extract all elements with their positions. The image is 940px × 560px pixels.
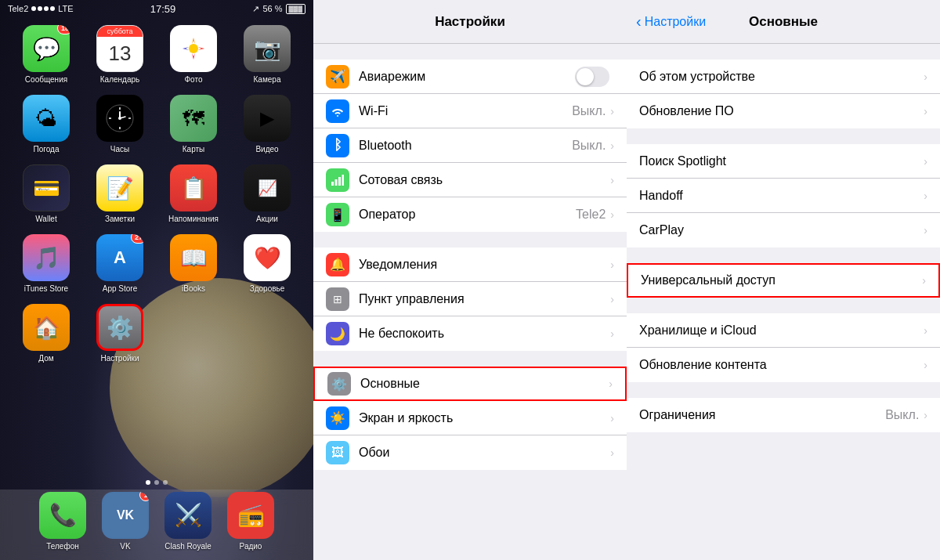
app-settings[interactable]: ⚙️ Настройки xyxy=(89,304,151,363)
row-dnd[interactable]: 🌙 Не беспокоить › xyxy=(313,316,627,351)
app-home[interactable]: 🏠 Дом xyxy=(15,304,78,363)
app-wallet[interactable]: 💳 Wallet xyxy=(15,164,78,223)
control-label: Пункт управления xyxy=(359,292,610,306)
vk-glyph: VK xyxy=(117,508,134,522)
general-section-access: Универсальный доступ › xyxy=(627,247,940,298)
bgrefresh-chevron: › xyxy=(924,359,927,371)
status-left: Tele2 LTE xyxy=(8,4,74,13)
settings-label: Настройки xyxy=(100,354,139,363)
battery-label: 56 % xyxy=(262,4,282,13)
app-weather[interactable]: 🌤 Погода xyxy=(15,95,78,154)
row-restrictions[interactable]: Ограничения Выкл. › xyxy=(627,398,940,432)
wallet-glyph: 💳 xyxy=(33,175,60,201)
settings-icon: ⚙️ xyxy=(96,304,143,351)
airplane-toggle[interactable] xyxy=(575,67,609,87)
airplane-icon: ✈️ xyxy=(326,65,349,89)
general-gap-3 xyxy=(627,247,940,263)
row-wifi[interactable]: Wi-Fi Выкл. › xyxy=(313,94,627,128)
health-label: Здоровье xyxy=(250,284,285,293)
row-spotlight[interactable]: Поиск Spotlight › xyxy=(627,144,940,179)
general-gap-4 xyxy=(627,298,940,313)
maps-glyph: 🗺 xyxy=(183,106,204,132)
dock-radio[interactable]: 📻 Радио xyxy=(227,492,274,551)
app-maps[interactable]: 🗺 Карты xyxy=(162,95,225,154)
dock-phone[interactable]: 📞 Телефон xyxy=(39,492,86,551)
clash-glyph: ⚔️ xyxy=(175,502,202,528)
app-reminders[interactable]: 📋 Напоминания xyxy=(162,164,225,223)
carrier-label: Tele2 xyxy=(8,4,28,13)
vk-label: VK xyxy=(120,542,130,551)
weather-label: Погода xyxy=(34,145,60,154)
control-chevron: › xyxy=(610,293,614,305)
appstore-icon: A 27 xyxy=(96,234,143,281)
storage-label: Хранилище и iCloud xyxy=(639,323,924,338)
app-appstore[interactable]: A 27 App Store xyxy=(89,234,151,293)
wifi-icon xyxy=(326,99,349,123)
photos-label: Фото xyxy=(185,75,203,84)
app-notes[interactable]: 📝 Заметки xyxy=(89,164,151,223)
itunes-glyph: 🎵 xyxy=(33,245,60,271)
row-cellular[interactable]: Сотовая связь › xyxy=(313,163,627,197)
accessibility-label: Универсальный доступ xyxy=(641,273,922,287)
app-calendar[interactable]: суббота 13 Календарь xyxy=(89,25,151,84)
update-label: Обновление ПО xyxy=(639,104,924,118)
appstore-label: App Store xyxy=(103,284,137,293)
app-health[interactable]: ❤️ Здоровье xyxy=(236,234,298,293)
cellular-icon xyxy=(326,168,349,192)
row-accessibility[interactable]: Универсальный доступ › xyxy=(627,263,940,298)
status-right: ↗ 56 % ▓▓▓ xyxy=(252,4,306,14)
row-storage[interactable]: Хранилище и iCloud › xyxy=(627,313,940,348)
row-handoff[interactable]: Handoff › xyxy=(627,179,940,213)
app-clock[interactable]: Часы xyxy=(89,95,151,154)
general-section-storage: Хранилище и iCloud › Обновление контента… xyxy=(627,298,940,382)
app-camera[interactable]: 📷 Камера xyxy=(236,25,298,84)
svg-point-9 xyxy=(118,117,121,120)
app-photos[interactable]: Фото xyxy=(162,25,225,84)
row-update[interactable]: Обновление ПО › xyxy=(627,94,940,128)
row-about[interactable]: Об этом устройстве › xyxy=(627,60,940,94)
update-chevron: › xyxy=(924,105,927,117)
settings-section-network: ✈️ Авиарежим Wi-Fi Выкл. › ᛒ Bluetooth В… xyxy=(313,44,627,232)
row-carplay[interactable]: CarPlay › xyxy=(627,213,940,247)
back-button[interactable]: ‹ Настройки xyxy=(636,13,706,31)
signal-dot-3 xyxy=(44,6,49,11)
row-bluetooth[interactable]: ᛒ Bluetooth Выкл. › xyxy=(313,128,627,163)
app-ibooks[interactable]: 📖 iBooks xyxy=(162,234,225,293)
clash-label: Clash Royale xyxy=(164,542,211,551)
weather-icon: 🌤 xyxy=(23,95,70,142)
row-airplane[interactable]: ✈️ Авиарежим xyxy=(313,60,627,94)
row-bgrefresh[interactable]: Обновление контента › xyxy=(627,348,940,382)
display-icon: ☀️ xyxy=(326,406,349,430)
app-stocks[interactable]: 📈 Акции xyxy=(236,164,298,223)
status-bar: Tele2 LTE 17:59 ↗ 56 % ▓▓▓ xyxy=(0,0,313,17)
row-general[interactable]: ⚙️ Основные › xyxy=(313,367,627,401)
row-control[interactable]: ⊞ Пункт управления › xyxy=(313,282,627,316)
notifications-label: Уведомления xyxy=(359,258,610,272)
row-display[interactable]: ☀️ Экран и яркость › xyxy=(313,401,627,435)
row-wallpaper[interactable]: 🖼 Обои › xyxy=(313,435,627,470)
camera-icon: 📷 xyxy=(244,25,291,72)
photos-glyph xyxy=(179,34,208,63)
network-label: LTE xyxy=(58,4,73,13)
wifi-label: Wi-Fi xyxy=(359,104,572,118)
app-video[interactable]: ▶ Видео xyxy=(236,95,298,154)
dock-vk[interactable]: VK 1 VK xyxy=(102,492,149,551)
general-gap-1 xyxy=(627,44,940,60)
calendar-date: 13 xyxy=(109,37,132,71)
section-gap-3 xyxy=(313,351,627,367)
dock-clash[interactable]: ⚔️ Clash Royale xyxy=(164,492,212,551)
clash-icon: ⚔️ xyxy=(164,492,212,539)
settings-section-system: 🔔 Уведомления › ⊞ Пункт управления › 🌙 Н… xyxy=(313,232,627,351)
radio-glyph: 📻 xyxy=(237,502,265,528)
row-notifications[interactable]: 🔔 Уведомления › xyxy=(313,247,627,282)
radio-label: Радио xyxy=(240,542,262,551)
svg-rect-12 xyxy=(338,177,341,186)
restrictions-label: Ограничения xyxy=(639,408,885,422)
row-operator[interactable]: 📱 Оператор Tele2 › xyxy=(313,197,627,232)
app-itunes[interactable]: 🎵 iTunes Store xyxy=(15,234,78,293)
general-nav-bar: ‹ Настройки Основные xyxy=(627,0,940,44)
operator-value: Tele2 xyxy=(576,208,606,222)
messages-icon: 💬 18 xyxy=(23,25,70,72)
cellular-chevron: › xyxy=(610,174,614,186)
app-messages[interactable]: 💬 18 Сообщения xyxy=(15,25,78,84)
